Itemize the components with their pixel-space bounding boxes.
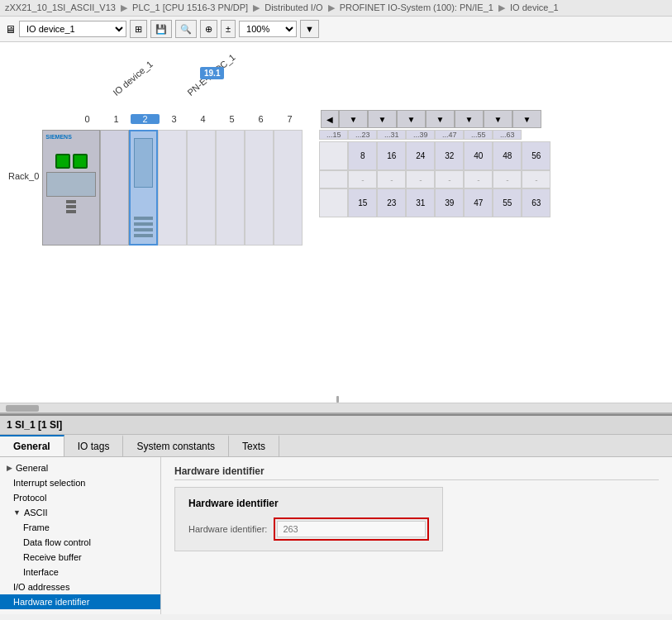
col-num-6: 6 (246, 114, 275, 124)
device-dropdown[interactable]: IO device_1 (19, 21, 126, 37)
range-col-3: ...39 (406, 130, 435, 140)
device-label-io: IO device_1 (111, 59, 155, 98)
slot-5 (216, 130, 245, 246)
toolbar-btn-grid[interactable]: ⊞ (130, 20, 147, 38)
siemens-logo: SIEMENS (45, 134, 72, 140)
tree-item-io-addresses[interactable]: I/O addresses (0, 579, 160, 594)
toolbar-btn-search[interactable]: 🔍 (175, 20, 197, 38)
bottom-panel: 1 SI_1 [1 SI] General IO tags System con… (0, 414, 672, 620)
breadcrumb-part-4: IO device_1 (510, 2, 559, 12)
tree-item-interrupt-selection[interactable]: Interrupt selection (0, 475, 160, 490)
hw-id-row: Hardware identifier: (188, 517, 429, 541)
toolbar-btn-zoom-dropdown[interactable]: ▼ (300, 20, 319, 38)
scroll-thumb[interactable] (6, 405, 39, 412)
col-num-2: 2 (131, 114, 160, 124)
content-area: ▶ General Interrupt selection Protocol ▼… (0, 457, 672, 614)
col-num-4: 4 (188, 114, 217, 124)
col-num-7: 7 (275, 114, 304, 124)
tree-item-frame[interactable]: Frame (0, 520, 160, 535)
slot-1[interactable] (100, 130, 129, 246)
tab-io-tags[interactable]: IO tags (64, 435, 124, 456)
toolbar: 🖥 IO device_1 ⊞ 💾 🔍 ⊕ ± 100% 75% 125% 15… (0, 17, 672, 42)
device-icon: 🖥 (5, 23, 16, 36)
pn-badge: 19.1 (200, 67, 224, 79)
range-col-1: ...23 (348, 130, 377, 140)
tree-item-receive-buffer[interactable]: Receive buffer (0, 550, 160, 565)
toolbar-btn-save[interactable]: 💾 (150, 20, 172, 38)
col-num-1: 1 (102, 114, 131, 124)
range-col-0: ...15 (319, 130, 348, 140)
breadcrumb: zXX21_10_1SI_ASCII_V13 ▶ PLC_1 [CPU 1516… (0, 0, 672, 17)
col-num-0: 0 (73, 114, 102, 124)
range-col-5: ...55 (464, 130, 493, 140)
horizontal-scrollbar[interactable] (0, 403, 672, 413)
range-col-6: ...63 (493, 130, 522, 140)
slot-7 (274, 130, 303, 246)
zoom-dropdown[interactable]: 100% 75% 125% 150% (239, 21, 297, 37)
hw-id-input[interactable] (277, 521, 426, 537)
hw-id-box-title: Hardware identifier (188, 498, 429, 509)
tabs-row: General IO tags System constants Texts (0, 435, 672, 457)
toolbar-btn-zoom-out[interactable]: ⊕ (200, 20, 217, 38)
range-col-4: ...47 (435, 130, 464, 140)
tree-arrow-ascii: ▼ (13, 508, 21, 517)
breadcrumb-part-1: PLC_1 [CPU 1516-3 PN/DP] (132, 2, 248, 12)
hw-id-label: Hardware identifier: (188, 524, 267, 534)
cpu-green-btn-left[interactable] (55, 154, 70, 169)
col-num-3: 3 (160, 114, 188, 124)
scroll-separator (336, 396, 339, 403)
hw-id-box: Hardware identifier Hardware identifier: (174, 487, 443, 551)
tree-arrow-general: ▶ (7, 464, 12, 472)
toolbar-btn-zoom-in[interactable]: ± (221, 20, 236, 38)
breadcrumb-part-3: PROFINET IO-System (100): PN/IE_1 (340, 2, 493, 12)
slot-6 (245, 130, 274, 246)
rack-label: Rack_0 (8, 171, 39, 181)
tree-item-interface[interactable]: Interface (0, 565, 160, 579)
col-num-5: 5 (217, 114, 246, 124)
tree-item-general[interactable]: ▶ General (0, 460, 160, 475)
tree-item-hardware-identifier[interactable]: Hardware identifier (0, 594, 160, 609)
tree-item-data-flow-control[interactable]: Data flow control (0, 535, 160, 550)
left-tree: ▶ General Interrupt selection Protocol ▼… (0, 457, 161, 614)
tree-item-ascii[interactable]: ▼ ASCII (0, 505, 160, 520)
slot-4 (187, 130, 216, 246)
tab-general[interactable]: General (0, 435, 64, 456)
slot-3 (158, 130, 187, 246)
tree-item-protocol[interactable]: Protocol (0, 490, 160, 505)
slot-cpu[interactable]: SIEMENS (42, 130, 100, 246)
bottom-panel-title: 1 SI_1 [1 SI] (0, 416, 672, 435)
right-content: Hardware identifier Hardware identifier … (161, 457, 672, 614)
tab-texts[interactable]: Texts (229, 435, 279, 456)
hw-id-input-wrapper (274, 517, 429, 541)
diagram-area: IO device_1 PN-E-2VDC_1 19.1 0 1 2 3 4 5… (0, 42, 672, 414)
breadcrumb-part-2: Distributed I/O (265, 2, 322, 12)
section-title: Hardware identifier (174, 465, 659, 480)
tab-system-constants[interactable]: System constants (123, 435, 229, 456)
breadcrumb-part-0: zXX21_10_1SI_ASCII_V13 (5, 2, 116, 12)
slot-2-active[interactable] (129, 130, 158, 246)
range-col-2: ...31 (377, 130, 406, 140)
cpu-green-btn-right[interactable] (73, 154, 88, 169)
